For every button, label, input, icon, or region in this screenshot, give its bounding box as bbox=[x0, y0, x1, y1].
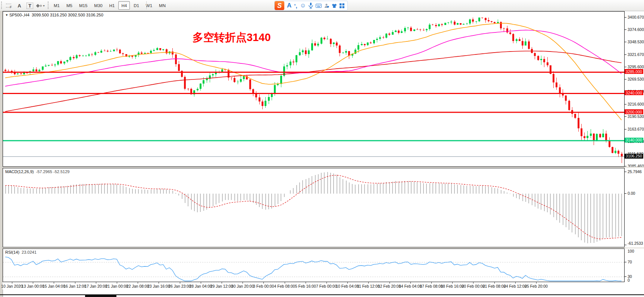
time-tick bbox=[96, 282, 96, 284]
time-label: 29 Jan 12:00 bbox=[210, 284, 233, 288]
sogou-logo-icon[interactable]: S bbox=[275, 1, 284, 10]
timeframe-m1[interactable]: M1 bbox=[51, 1, 63, 10]
time-label: 10 Feb 04:00 bbox=[336, 284, 359, 288]
rsi-label: RSI(14) 23.0241 bbox=[5, 250, 37, 254]
top-toolbar: F A T ▾ M1M5M15M30H1H4D1W1MN S A ’, ☺ bbox=[0, 0, 644, 11]
macd-pane[interactable]: MACD(12,26,9) -57.2965 -52.5129 bbox=[3, 168, 625, 247]
time-label: 25 Feb 20:00 bbox=[525, 284, 548, 288]
main-chart[interactable]: ▼ SP500-,H4 3099.500 3116.250 3092.500 3… bbox=[3, 11, 625, 167]
timeframe-m30[interactable]: M30 bbox=[91, 1, 105, 10]
time-tick bbox=[306, 282, 306, 284]
text-label-icon[interactable]: T bbox=[25, 1, 34, 10]
time-tick bbox=[75, 282, 75, 284]
time-tick bbox=[473, 282, 473, 284]
time-tick bbox=[410, 282, 411, 284]
ime-skin-icon[interactable] bbox=[332, 3, 337, 8]
rsi-axis[interactable]: 100 70 30 0 bbox=[625, 248, 644, 282]
ma-slow-line bbox=[5, 51, 622, 112]
rsi-pane[interactable]: RSI(14) 23.0241 bbox=[3, 248, 625, 282]
ime-toolbox-icon[interactable] bbox=[340, 3, 344, 8]
shapes-icon[interactable]: ▾ bbox=[35, 1, 46, 10]
price-tick-label: 3216.600 bbox=[628, 102, 644, 106]
timeframe-mn[interactable]: MN bbox=[156, 1, 169, 10]
time-label: 21 Jan 00:00 bbox=[106, 284, 128, 288]
macd-canvas[interactable] bbox=[3, 168, 624, 247]
collapse-triangle-icon[interactable]: ▼ bbox=[5, 13, 8, 17]
time-tick bbox=[201, 282, 201, 284]
time-label: 5 Feb 16:00 bbox=[295, 284, 316, 288]
time-tick bbox=[536, 282, 537, 284]
price-level-badge: 3200.000 bbox=[625, 109, 643, 114]
timeframe-d1[interactable]: D1 bbox=[131, 1, 142, 10]
time-label: 26 Jan 23:00 bbox=[168, 284, 191, 288]
time-tick bbox=[515, 282, 516, 284]
ime-mode-letter[interactable]: A bbox=[287, 2, 291, 9]
price-tick-label: 3163.670 bbox=[628, 127, 644, 131]
ime-user-icon[interactable] bbox=[324, 3, 329, 8]
time-tick bbox=[159, 282, 159, 284]
timeframe-h1[interactable]: H1 bbox=[106, 1, 118, 10]
macd-axis-bottom: -61.2533 bbox=[628, 241, 643, 246]
time-label: 13 Jan 00:00 bbox=[22, 284, 44, 288]
timeframe-m15[interactable]: M15 bbox=[76, 1, 90, 10]
text-icon[interactable]: A bbox=[15, 1, 24, 10]
time-label: 15 Jan 04:00 bbox=[43, 284, 65, 288]
price-axis[interactable]: 3400.6703374.6003348.5303321.6703295.600… bbox=[625, 11, 644, 167]
main-pane: ▼ SP500-,H4 3099.500 3116.250 3092.500 3… bbox=[3, 11, 644, 167]
price-tick-label: 3374.600 bbox=[628, 27, 644, 32]
ime-emoji-icon[interactable]: ☺ bbox=[300, 2, 306, 9]
ime-punctuation-icon[interactable]: ’, bbox=[294, 3, 297, 9]
toolbar-grip[interactable] bbox=[1, 1, 3, 9]
price-tick-label: 3190.530 bbox=[628, 114, 644, 119]
time-axis[interactable]: 10 Jan 202013 Jan 00:0015 Jan 04:0016 Ja… bbox=[3, 282, 644, 290]
time-label: 30 Jan 20:00 bbox=[231, 284, 254, 288]
time-label: 23 Jan 16:00 bbox=[147, 284, 170, 288]
price-tick-label: 3269.530 bbox=[628, 77, 644, 81]
current-price-badge: 3106.250 bbox=[625, 154, 643, 159]
mt4-window: F A T ▾ M1M5M15M30H1H4D1W1MN S A ’, ☺ bbox=[0, 0, 644, 297]
time-label: 17 Feb 08:00 bbox=[420, 284, 443, 288]
chart-annotation[interactable]: 多空转折点3140 bbox=[193, 30, 271, 45]
ma-mid-line bbox=[5, 30, 622, 87]
time-tick bbox=[263, 282, 264, 284]
macd-axis-zero: 0.00 bbox=[628, 191, 635, 196]
time-tick bbox=[54, 282, 54, 284]
price-level-badge: 3240.000 bbox=[625, 90, 643, 95]
macd-label: MACD(12,26,9) -57.2965 -52.5129 bbox=[5, 169, 69, 174]
macd-signal-value: -52.5129 bbox=[53, 169, 69, 174]
timeframe-w1[interactable]: W1 bbox=[143, 1, 155, 10]
candles bbox=[4, 18, 623, 163]
timeframe-h4[interactable]: H4 bbox=[118, 1, 130, 10]
price-tick-label: 3321.670 bbox=[628, 52, 644, 57]
time-label: 20 Feb 00:00 bbox=[462, 284, 485, 288]
time-label: 14 Feb 04:00 bbox=[399, 284, 422, 288]
ohlc-high: 3116.250 bbox=[50, 13, 67, 17]
rsi-level-70: 70 bbox=[628, 260, 632, 264]
macd-axis[interactable]: 25.7946 0.00 -61.2533 bbox=[625, 168, 644, 247]
ohlc-close: 3106.250 bbox=[86, 13, 103, 17]
fibonacci-icon[interactable]: F bbox=[4, 1, 13, 10]
rsi-value: 23.0241 bbox=[22, 250, 37, 254]
candlestick-chart-canvas[interactable] bbox=[3, 12, 624, 166]
time-label: 18 Feb 16:00 bbox=[441, 284, 464, 288]
ime-mic-icon[interactable] bbox=[309, 3, 313, 9]
ime-keyboard-icon[interactable] bbox=[316, 4, 322, 8]
time-label: 12 Feb 20:00 bbox=[378, 284, 401, 288]
rsi-canvas[interactable] bbox=[3, 249, 624, 282]
toolbar-grip[interactable] bbox=[48, 1, 50, 9]
time-label: 4 Feb 08:00 bbox=[274, 284, 295, 288]
price-level-badge: 3140.000 bbox=[625, 138, 643, 143]
price-level-badge: 3285.000 bbox=[625, 69, 643, 74]
macd-signal-line bbox=[5, 175, 622, 239]
timeframe-m5[interactable]: M5 bbox=[63, 1, 75, 10]
time-label: 24 Feb 12:00 bbox=[504, 284, 527, 288]
time-label: 3 Feb 00:00 bbox=[253, 284, 274, 288]
chart-header: ▼ SP500-,H4 3099.500 3116.250 3092.500 3… bbox=[5, 13, 103, 17]
time-tick bbox=[180, 282, 180, 284]
taskbar-fragment bbox=[85, 294, 116, 297]
time-label: 10 Jan 2020 bbox=[1, 284, 23, 288]
time-tick bbox=[285, 282, 285, 284]
time-tick bbox=[347, 282, 348, 284]
time-tick bbox=[222, 282, 222, 284]
chevron-down-icon: ▾ bbox=[43, 4, 44, 7]
